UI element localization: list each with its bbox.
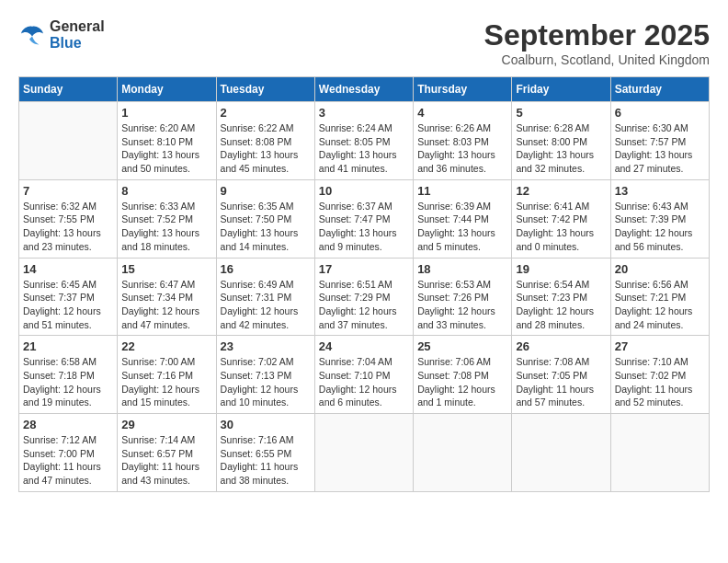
calendar-cell: 26Sunrise: 7:08 AM Sunset: 7:05 PM Dayli…	[512, 336, 610, 414]
day-number: 29	[121, 418, 211, 431]
day-number: 28	[23, 418, 113, 431]
calendar-cell: 13Sunrise: 6:43 AM Sunset: 7:39 PM Dayli…	[610, 179, 709, 258]
calendar-cell: 15Sunrise: 6:47 AM Sunset: 7:34 PM Dayli…	[118, 258, 216, 336]
day-number: 21	[23, 339, 113, 353]
calendar-cell: 3Sunrise: 6:24 AM Sunset: 8:05 PM Daylig…	[314, 102, 413, 180]
calendar-cell: 10Sunrise: 6:37 AM Sunset: 7:47 PM Dayli…	[314, 179, 413, 258]
weekday-header: Thursday	[414, 77, 512, 102]
day-number: 8	[121, 184, 211, 198]
day-number: 23	[221, 339, 311, 353]
weekday-header: Friday	[512, 77, 610, 102]
day-info: Sunrise: 6:58 AM Sunset: 7:18 PM Dayligh…	[23, 355, 113, 409]
day-number: 16	[221, 262, 311, 276]
calendar-cell	[414, 414, 512, 492]
calendar-cell	[314, 414, 413, 492]
day-number: 14	[23, 262, 113, 276]
day-info: Sunrise: 7:10 AM Sunset: 7:02 PM Dayligh…	[615, 355, 705, 409]
calendar-cell: 23Sunrise: 7:02 AM Sunset: 7:13 PM Dayli…	[216, 336, 314, 414]
day-number: 30	[221, 418, 311, 431]
day-number: 3	[319, 106, 409, 120]
day-info: Sunrise: 6:56 AM Sunset: 7:21 PM Dayligh…	[615, 278, 705, 332]
day-number: 7	[23, 184, 113, 198]
logo-icon	[18, 21, 46, 49]
day-info: Sunrise: 6:53 AM Sunset: 7:26 PM Dayligh…	[417, 278, 507, 332]
day-info: Sunrise: 7:08 AM Sunset: 7:05 PM Dayligh…	[516, 355, 606, 409]
calendar-cell: 8Sunrise: 6:33 AM Sunset: 7:52 PM Daylig…	[118, 179, 216, 258]
calendar-cell: 20Sunrise: 6:56 AM Sunset: 7:21 PM Dayli…	[610, 258, 709, 336]
day-number: 20	[615, 262, 705, 276]
day-info: Sunrise: 6:39 AM Sunset: 7:44 PM Dayligh…	[417, 200, 507, 254]
logo-text: General Blue	[50, 18, 105, 52]
day-number: 26	[516, 339, 606, 353]
calendar-table: SundayMondayTuesdayWednesdayThursdayFrid…	[18, 76, 710, 492]
calendar-cell: 6Sunrise: 6:30 AM Sunset: 7:57 PM Daylig…	[610, 102, 709, 180]
calendar-cell: 28Sunrise: 7:12 AM Sunset: 7:00 PM Dayli…	[19, 414, 118, 492]
calendar-week-row: 1Sunrise: 6:20 AM Sunset: 8:10 PM Daylig…	[19, 102, 710, 180]
calendar-week-row: 14Sunrise: 6:45 AM Sunset: 7:37 PM Dayli…	[19, 258, 710, 336]
calendar-cell	[512, 414, 610, 492]
day-number: 12	[516, 184, 606, 198]
calendar-cell: 4Sunrise: 6:26 AM Sunset: 8:03 PM Daylig…	[414, 102, 512, 180]
day-info: Sunrise: 6:20 AM Sunset: 8:10 PM Dayligh…	[121, 121, 211, 176]
calendar-cell: 5Sunrise: 6:28 AM Sunset: 8:00 PM Daylig…	[512, 102, 610, 180]
calendar-cell: 24Sunrise: 7:04 AM Sunset: 7:10 PM Dayli…	[314, 336, 413, 414]
day-number: 1	[121, 106, 211, 120]
calendar-cell: 16Sunrise: 6:49 AM Sunset: 7:31 PM Dayli…	[216, 258, 314, 336]
day-number: 4	[417, 106, 507, 120]
calendar-week-row: 21Sunrise: 6:58 AM Sunset: 7:18 PM Dayli…	[19, 336, 710, 414]
day-number: 18	[417, 262, 507, 276]
day-info: Sunrise: 7:16 AM Sunset: 6:55 PM Dayligh…	[221, 433, 311, 488]
day-number: 9	[221, 184, 311, 198]
calendar-cell: 22Sunrise: 7:00 AM Sunset: 7:16 PM Dayli…	[118, 336, 216, 414]
calendar-cell: 2Sunrise: 6:22 AM Sunset: 8:08 PM Daylig…	[216, 102, 314, 180]
weekday-header: Sunday	[19, 77, 118, 102]
day-info: Sunrise: 6:51 AM Sunset: 7:29 PM Dayligh…	[319, 278, 409, 332]
day-number: 24	[319, 339, 409, 353]
page-header: General Blue September 2025 Coalburn, Sc…	[18, 18, 710, 67]
calendar-cell: 18Sunrise: 6:53 AM Sunset: 7:26 PM Dayli…	[414, 258, 512, 336]
day-number: 5	[516, 106, 606, 120]
day-info: Sunrise: 6:30 AM Sunset: 7:57 PM Dayligh…	[615, 121, 705, 176]
calendar-cell: 7Sunrise: 6:32 AM Sunset: 7:55 PM Daylig…	[19, 179, 118, 258]
day-number: 10	[319, 184, 409, 198]
day-info: Sunrise: 6:43 AM Sunset: 7:39 PM Dayligh…	[615, 200, 705, 254]
day-info: Sunrise: 6:41 AM Sunset: 7:42 PM Dayligh…	[516, 200, 606, 254]
day-info: Sunrise: 7:04 AM Sunset: 7:10 PM Dayligh…	[319, 355, 409, 409]
calendar-cell: 29Sunrise: 7:14 AM Sunset: 6:57 PM Dayli…	[118, 414, 216, 492]
day-info: Sunrise: 6:35 AM Sunset: 7:50 PM Dayligh…	[221, 200, 311, 254]
weekday-header: Monday	[118, 77, 216, 102]
calendar-cell: 11Sunrise: 6:39 AM Sunset: 7:44 PM Dayli…	[414, 179, 512, 258]
day-info: Sunrise: 6:26 AM Sunset: 8:03 PM Dayligh…	[417, 121, 507, 176]
calendar-cell: 17Sunrise: 6:51 AM Sunset: 7:29 PM Dayli…	[314, 258, 413, 336]
calendar-cell: 14Sunrise: 6:45 AM Sunset: 7:37 PM Dayli…	[19, 258, 118, 336]
day-info: Sunrise: 7:14 AM Sunset: 6:57 PM Dayligh…	[121, 433, 211, 488]
calendar-cell: 27Sunrise: 7:10 AM Sunset: 7:02 PM Dayli…	[610, 336, 709, 414]
calendar-header-row: SundayMondayTuesdayWednesdayThursdayFrid…	[19, 77, 710, 102]
weekday-header: Saturday	[610, 77, 709, 102]
day-info: Sunrise: 6:37 AM Sunset: 7:47 PM Dayligh…	[319, 200, 409, 254]
day-number: 11	[417, 184, 507, 198]
day-info: Sunrise: 6:47 AM Sunset: 7:34 PM Dayligh…	[121, 278, 211, 332]
calendar-cell	[610, 414, 709, 492]
month-title: September 2025	[484, 18, 710, 52]
calendar-week-row: 28Sunrise: 7:12 AM Sunset: 7:00 PM Dayli…	[19, 414, 710, 492]
day-number: 2	[221, 106, 311, 120]
day-info: Sunrise: 6:28 AM Sunset: 8:00 PM Dayligh…	[516, 121, 606, 176]
logo: General Blue	[18, 18, 105, 52]
day-info: Sunrise: 6:24 AM Sunset: 8:05 PM Dayligh…	[319, 121, 409, 176]
day-number: 19	[516, 262, 606, 276]
day-info: Sunrise: 7:06 AM Sunset: 7:08 PM Dayligh…	[417, 355, 507, 409]
day-info: Sunrise: 6:22 AM Sunset: 8:08 PM Dayligh…	[221, 121, 311, 176]
day-number: 17	[319, 262, 409, 276]
day-info: Sunrise: 7:12 AM Sunset: 7:00 PM Dayligh…	[23, 433, 113, 488]
calendar-cell: 1Sunrise: 6:20 AM Sunset: 8:10 PM Daylig…	[118, 102, 216, 180]
day-number: 27	[615, 339, 705, 353]
day-info: Sunrise: 7:02 AM Sunset: 7:13 PM Dayligh…	[221, 355, 311, 409]
calendar-cell: 30Sunrise: 7:16 AM Sunset: 6:55 PM Dayli…	[216, 414, 314, 492]
calendar-cell: 9Sunrise: 6:35 AM Sunset: 7:50 PM Daylig…	[216, 179, 314, 258]
title-block: September 2025 Coalburn, Scotland, Unite…	[484, 18, 710, 67]
calendar-body: 1Sunrise: 6:20 AM Sunset: 8:10 PM Daylig…	[19, 102, 710, 492]
day-info: Sunrise: 6:49 AM Sunset: 7:31 PM Dayligh…	[221, 278, 311, 332]
day-info: Sunrise: 6:54 AM Sunset: 7:23 PM Dayligh…	[516, 278, 606, 332]
day-info: Sunrise: 6:33 AM Sunset: 7:52 PM Dayligh…	[121, 200, 211, 254]
